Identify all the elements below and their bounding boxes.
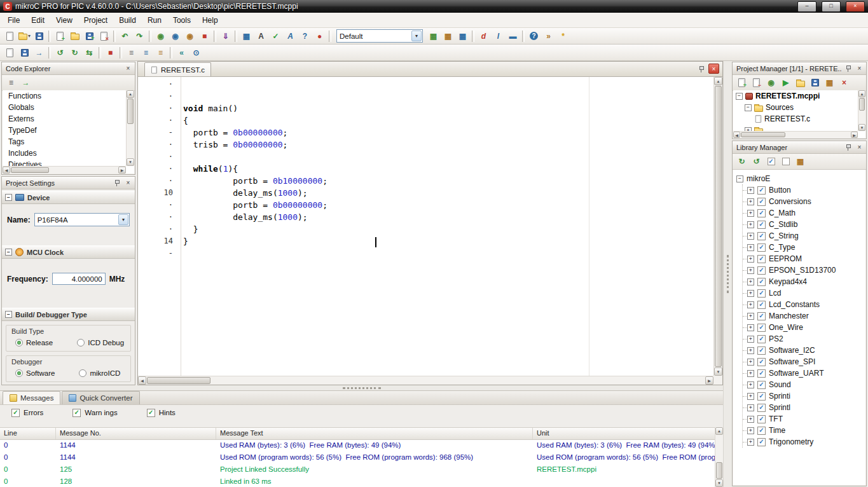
menu-tools[interactable]: Tools	[167, 13, 196, 27]
library-item-tft[interactable]: +✓TFT	[743, 413, 865, 425]
checkbox-icon[interactable]: ✓	[147, 409, 155, 417]
filter-hints[interactable]: ✓Hints	[147, 409, 176, 417]
toggle-bookmark-button[interactable]: ≡	[124, 46, 139, 60]
radio-icon[interactable]	[77, 339, 85, 346]
library-item-conversions[interactable]: +✓Conversions	[743, 196, 865, 207]
expand-icon[interactable]: +	[747, 210, 754, 217]
previous-bookmark-button[interactable]: ≡	[153, 46, 168, 60]
toggle-breakpoint-button[interactable]: ●	[312, 29, 327, 43]
library-item-time[interactable]: +✓Time	[743, 425, 865, 436]
checkbox-icon[interactable]: ✓	[757, 312, 766, 320]
library-item-epson_s1d13700[interactable]: +✓EPSON_S1D13700	[743, 264, 865, 276]
scroll-down-icon[interactable]: ▼	[127, 158, 134, 166]
tips-button[interactable]: *	[556, 29, 570, 43]
radio-icon[interactable]	[15, 339, 23, 346]
check-syntax-button[interactable]: ✓	[268, 29, 283, 43]
editor-scrollbar-vertical[interactable]: ▲ ▼	[713, 77, 722, 376]
checkbox-icon[interactable]: ✓	[757, 255, 766, 263]
checkbox-icon[interactable]: ✓	[757, 381, 766, 389]
build-type-icd-debug-radio[interactable]: ICD Debug	[77, 339, 124, 346]
save-project-button[interactable]: +	[82, 29, 97, 43]
panel-pin-icon[interactable]	[696, 64, 706, 73]
expand-icon[interactable]: +	[747, 187, 754, 194]
library-item-eeprom[interactable]: +✓EEPROM	[743, 253, 865, 264]
clipped-folder-item[interactable]: +	[742, 125, 858, 131]
expand-icon[interactable]: +	[747, 290, 754, 297]
library-item-c_string[interactable]: +✓C_String	[743, 230, 865, 242]
scroll-down-icon[interactable]: ▼	[715, 479, 723, 487]
add-file-to-project-button[interactable]: +	[734, 76, 749, 90]
checkbox-icon[interactable]: ✓	[72, 409, 81, 417]
open-project-button[interactable]	[67, 29, 82, 43]
title-bar[interactable]: C mikroC PRO for PIC v.4.60.0.0 - C:\Use…	[0, 0, 868, 13]
library-item-ps2[interactable]: +✓PS2	[743, 333, 865, 345]
help-search-button[interactable]: »	[541, 29, 556, 43]
tab-messages[interactable]: Messages	[3, 391, 60, 404]
tab-reretest-c[interactable]: RERETEST.c	[144, 62, 211, 76]
debugger-mikroicd-radio[interactable]: mikroICD	[79, 369, 120, 377]
scheme-options-button[interactable]: ▦	[455, 29, 470, 43]
checkbox-icon[interactable]: ✓	[757, 427, 766, 435]
panel-close-icon[interactable]: ×	[855, 143, 864, 152]
radio-icon[interactable]	[15, 369, 23, 377]
panel-pin-icon[interactable]	[843, 143, 853, 152]
panel-close-icon[interactable]: ×	[123, 64, 133, 73]
message-row[interactable]: 0128Linked in 63 ms	[0, 476, 715, 487]
open-file-button[interactable]: ▾	[17, 29, 32, 43]
checkbox-icon[interactable]: ✓	[757, 392, 766, 401]
close-button[interactable]: ×	[846, 1, 865, 12]
checkbox-icon[interactable]: ✓	[11, 409, 20, 417]
scrollbar-horizontal[interactable]: ◀ ▶	[3, 166, 126, 174]
watch-clock-button[interactable]: ⊙	[189, 46, 203, 60]
tab-quick-converter[interactable]: Quick Converter	[62, 391, 139, 404]
checkbox-icon[interactable]: ✓	[757, 209, 766, 217]
collapse-tree-button[interactable]: ≡	[4, 76, 18, 90]
device-section-header[interactable]: − Device	[2, 191, 135, 204]
scroll-up-icon[interactable]: ▲	[715, 427, 723, 435]
menu-file[interactable]: File	[2, 13, 25, 27]
library-root-item[interactable]: − mikroE	[736, 173, 865, 184]
collapse-icon[interactable]: −	[5, 311, 12, 318]
expand-icon[interactable]: +	[747, 381, 754, 388]
scroll-up-icon[interactable]: ▲	[127, 90, 134, 98]
expand-icon[interactable]: +	[747, 233, 754, 240]
collapse-icon[interactable]: −	[745, 104, 752, 111]
new-project-button[interactable]: +	[53, 29, 67, 43]
stop-debugger-button[interactable]: ■	[103, 46, 118, 60]
library-item-one_wire[interactable]: +✓One_Wire	[743, 322, 865, 333]
menu-view[interactable]: View	[50, 13, 78, 27]
close-project-file-button[interactable]: ×	[837, 76, 851, 90]
explorer-item-functions[interactable]: Functions	[3, 90, 126, 102]
expand-icon[interactable]: +	[747, 301, 754, 308]
expand-icon[interactable]: +	[747, 359, 754, 366]
check-all-libraries-button[interactable]: ✓	[764, 154, 778, 168]
scroll-right-icon[interactable]: ▶	[851, 132, 858, 138]
library-item-software_uart[interactable]: +✓Software_UART	[743, 367, 865, 379]
locate-declaration-button[interactable]: →	[18, 76, 33, 90]
undo-button[interactable]: ↶	[118, 29, 132, 43]
redo-button[interactable]: ↷	[132, 29, 147, 43]
minimize-button[interactable]: –	[797, 1, 816, 12]
build-type-release-radio[interactable]: Release	[15, 339, 53, 346]
checkbox-icon[interactable]: ✓	[757, 198, 766, 206]
scrollbar-thumb[interactable]	[741, 132, 785, 137]
checkbox-icon[interactable]: ✓	[757, 266, 766, 275]
active-comment-l-button[interactable]: l	[491, 29, 506, 43]
column-header-message-text[interactable]: Message Text	[216, 428, 533, 439]
collapse-icon[interactable]: −	[5, 194, 12, 201]
expand-icon[interactable]: +	[747, 439, 754, 446]
message-row[interactable]: 0125Project Linked SuccessfullyRERETEST.…	[0, 464, 715, 476]
expand-icon[interactable]: +	[747, 278, 754, 285]
library-item-software_spi[interactable]: +✓Software_SPI	[743, 356, 865, 367]
message-row[interactable]: 01144Used RAM (bytes): 3 (6%) Free RAM (…	[0, 440, 715, 452]
show-options-button[interactable]: A	[283, 29, 298, 43]
horizontal-splitter[interactable]	[0, 385, 723, 390]
library-item-sprintl[interactable]: +✓Sprintl	[743, 402, 865, 413]
view-statistics-button[interactable]: ▦	[239, 29, 254, 43]
library-item-lcd_constants[interactable]: +✓Lcd_Constants	[743, 299, 865, 310]
build-button[interactable]: ◉	[153, 29, 168, 43]
collapse-icon[interactable]: −	[736, 93, 743, 100]
checkbox-icon[interactable]: ✓	[757, 278, 766, 286]
project-root-item[interactable]: − RERETEST.mcppi	[733, 90, 858, 102]
collapse-icon[interactable]: −	[736, 175, 743, 182]
